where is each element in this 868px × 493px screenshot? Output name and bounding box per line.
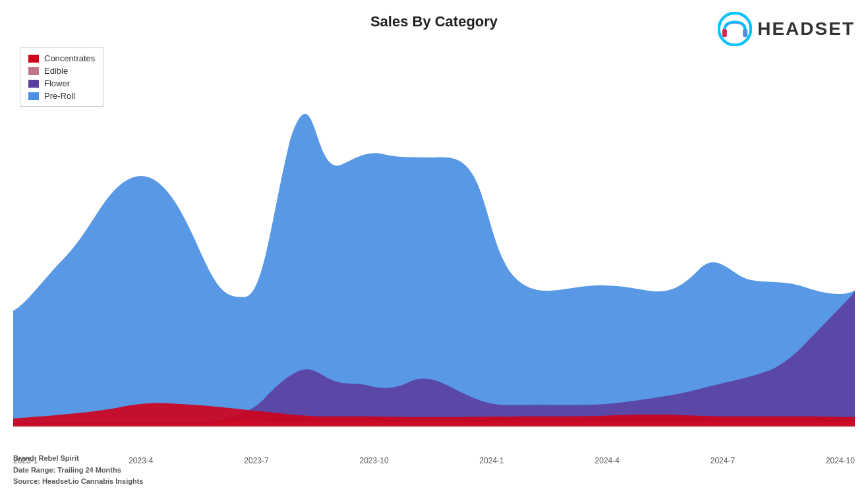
legend-color-flower (28, 80, 39, 88)
headset-logo: HEADSET (718, 12, 855, 46)
footer-brand: Brand: Rebel Spirit (13, 453, 143, 465)
legend-label-flower: Flower (44, 78, 70, 88)
legend-item-flower: Flower (28, 78, 95, 88)
legend-item-edible: Edible (28, 66, 95, 76)
x-label-4: 2024-1 (479, 456, 504, 465)
chart-svg-area (13, 45, 855, 440)
x-label-3: 2023-10 (360, 456, 389, 465)
x-label-2: 2023-7 (244, 456, 268, 465)
footer-brand-label: Brand: (13, 454, 36, 462)
footer-brand-value: Rebel Spirit (39, 454, 79, 462)
legend-color-preroll (28, 92, 39, 100)
area-chart (13, 45, 855, 440)
footer-date-label: Date Range: (13, 466, 55, 474)
x-label-5: 2024-4 (595, 456, 620, 465)
svg-rect-2 (743, 29, 747, 37)
footer-source-value: Headset.io Cannabis Insights (42, 477, 143, 485)
legend-item-concentrates: Concentrates (28, 53, 95, 63)
chart-container: Sales By Category HEADSET Concentrates (0, 0, 868, 493)
svg-rect-1 (722, 29, 727, 37)
footer-date: Date Range: Trailing 24 Months (13, 465, 143, 477)
legend-label-preroll: Pre-Roll (44, 91, 75, 101)
legend-label-edible: Edible (44, 66, 68, 76)
footer-date-value: Trailing 24 Months (57, 466, 121, 474)
legend-color-edible (28, 67, 39, 75)
chart-legend: Concentrates Edible Flower Pre-Roll (20, 47, 103, 107)
footer-info: Brand: Rebel Spirit Date Range: Trailing… (13, 453, 143, 488)
x-label-6: 2024-7 (710, 456, 735, 465)
footer-source-label: Source: (13, 477, 40, 485)
x-label-7: 2024-10 (826, 456, 855, 465)
legend-color-concentrates (28, 55, 39, 63)
footer-source: Source: Headset.io Cannabis Insights (13, 476, 143, 488)
headset-logo-text: HEADSET (757, 18, 855, 40)
legend-item-preroll: Pre-Roll (28, 91, 95, 101)
headset-logo-icon (718, 12, 752, 46)
legend-label-concentrates: Concentrates (44, 53, 95, 63)
